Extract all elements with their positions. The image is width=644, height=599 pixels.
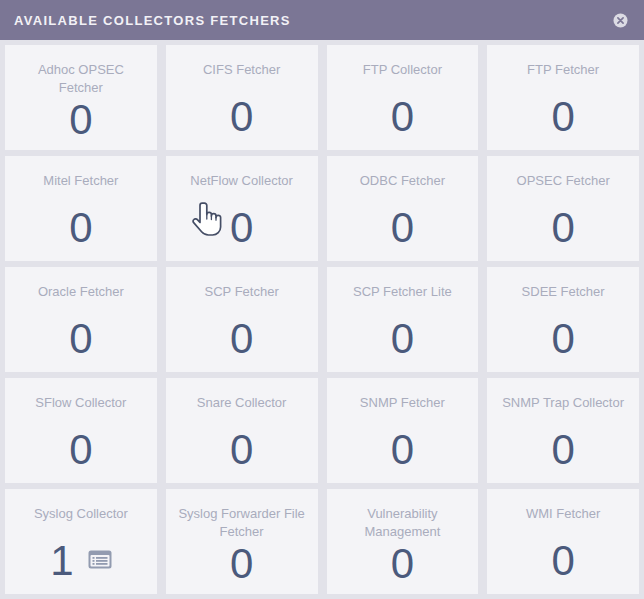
- collector-count: 0: [551, 318, 574, 360]
- collector-name: WMI Fetcher: [487, 489, 639, 533]
- collector-name: Mitel Fetcher: [5, 156, 157, 200]
- available-collectors-fetchers-panel: AVAILABLE COLLECTORS FETCHERS Adhoc OPSE…: [0, 0, 644, 599]
- list-view-icon: [88, 550, 112, 572]
- collector-name: Oracle Fetcher: [5, 267, 157, 311]
- cards-grid: Adhoc OPSEC Fetcher 0 CIFS Fetcher 0 FTP…: [0, 40, 644, 599]
- collector-body: 0: [487, 89, 639, 150]
- collector-card[interactable]: Syslog Collector 1: [5, 489, 157, 594]
- collector-count: 0: [69, 207, 92, 249]
- collector-body: 0: [5, 311, 157, 372]
- collector-body: 0: [327, 540, 479, 594]
- collector-body: 0: [487, 422, 639, 483]
- collector-card[interactable]: Vulnerability Management 0: [327, 489, 479, 594]
- collector-card[interactable]: FTP Collector 0: [327, 45, 479, 150]
- collector-card[interactable]: SCP Fetcher Lite 0: [327, 267, 479, 372]
- collector-details-button[interactable]: [88, 550, 112, 572]
- collector-body: 0: [166, 422, 318, 483]
- collector-card[interactable]: SNMP Trap Collector 0: [487, 378, 639, 483]
- panel-title: AVAILABLE COLLECTORS FETCHERS: [14, 13, 612, 28]
- collector-count: 0: [230, 318, 253, 360]
- collector-card[interactable]: Mitel Fetcher 0: [5, 156, 157, 261]
- collector-count: 0: [551, 540, 574, 582]
- collector-body: 0: [327, 89, 479, 150]
- collector-name: SCP Fetcher: [166, 267, 318, 311]
- collector-card[interactable]: SFlow Collector 0: [5, 378, 157, 483]
- collector-count: 0: [230, 96, 253, 138]
- collector-count: 0: [551, 207, 574, 249]
- collector-count: 0: [230, 429, 253, 471]
- collector-body: 0: [166, 89, 318, 150]
- collector-count: 0: [69, 429, 92, 471]
- collector-count: 0: [551, 429, 574, 471]
- collector-body: 1: [5, 533, 157, 594]
- collector-count: 0: [391, 207, 414, 249]
- collector-name: SNMP Fetcher: [327, 378, 479, 422]
- collector-name: Syslog Forwarder File Fetcher: [166, 489, 318, 540]
- collector-name: Syslog Collector: [5, 489, 157, 533]
- collector-body: 0: [327, 200, 479, 261]
- collector-card[interactable]: ODBC Fetcher 0: [327, 156, 479, 261]
- collector-card[interactable]: WMI Fetcher 0: [487, 489, 639, 594]
- collector-name: CIFS Fetcher: [166, 45, 318, 89]
- collector-body: 0: [5, 96, 157, 150]
- collector-name: NetFlow Collector: [166, 156, 318, 200]
- collector-card[interactable]: Snare Collector 0: [166, 378, 318, 483]
- collector-card[interactable]: SCP Fetcher 0: [166, 267, 318, 372]
- collector-count: 0: [230, 543, 253, 585]
- collector-body: 0: [327, 422, 479, 483]
- collector-card[interactable]: CIFS Fetcher 0: [166, 45, 318, 150]
- collector-count: 0: [391, 318, 414, 360]
- collector-card[interactable]: Oracle Fetcher 0: [5, 267, 157, 372]
- collector-card[interactable]: FTP Fetcher 0: [487, 45, 639, 150]
- collector-body: 0: [487, 533, 639, 594]
- collector-count: 0: [69, 99, 92, 141]
- collector-count: 0: [391, 429, 414, 471]
- collector-count: 0: [551, 96, 574, 138]
- collector-name: FTP Collector: [327, 45, 479, 89]
- panel-header: AVAILABLE COLLECTORS FETCHERS: [0, 0, 644, 40]
- collector-count: 0: [69, 318, 92, 360]
- collector-name: Vulnerability Management: [327, 489, 479, 540]
- collector-card[interactable]: SNMP Fetcher 0: [327, 378, 479, 483]
- collector-card[interactable]: NetFlow Collector 0: [166, 156, 318, 261]
- collector-name: SNMP Trap Collector: [487, 378, 639, 422]
- collector-card[interactable]: Adhoc OPSEC Fetcher 0: [5, 45, 157, 150]
- collector-count: 0: [230, 207, 253, 249]
- collector-count: 0: [391, 543, 414, 585]
- collector-name: SCP Fetcher Lite: [327, 267, 479, 311]
- collector-count: 1: [50, 540, 73, 582]
- collector-count: 0: [391, 96, 414, 138]
- collector-body: 0: [5, 422, 157, 483]
- collector-card[interactable]: SDEE Fetcher 0: [487, 267, 639, 372]
- collector-name: Adhoc OPSEC Fetcher: [5, 45, 157, 96]
- close-icon: [613, 13, 628, 28]
- collector-name: OPSEC Fetcher: [487, 156, 639, 200]
- collector-name: FTP Fetcher: [487, 45, 639, 89]
- collector-body: 0: [166, 200, 318, 261]
- collector-body: 0: [487, 200, 639, 261]
- collector-name: Snare Collector: [166, 378, 318, 422]
- collector-name: ODBC Fetcher: [327, 156, 479, 200]
- collector-body: 0: [487, 311, 639, 372]
- close-button[interactable]: [612, 12, 628, 28]
- collector-card[interactable]: OPSEC Fetcher 0: [487, 156, 639, 261]
- collector-body: 0: [166, 311, 318, 372]
- collector-name: SDEE Fetcher: [487, 267, 639, 311]
- collector-body: 0: [5, 200, 157, 261]
- collector-card[interactable]: Syslog Forwarder File Fetcher 0: [166, 489, 318, 594]
- collector-body: 0: [166, 540, 318, 594]
- collector-name: SFlow Collector: [5, 378, 157, 422]
- collector-body: 0: [327, 311, 479, 372]
